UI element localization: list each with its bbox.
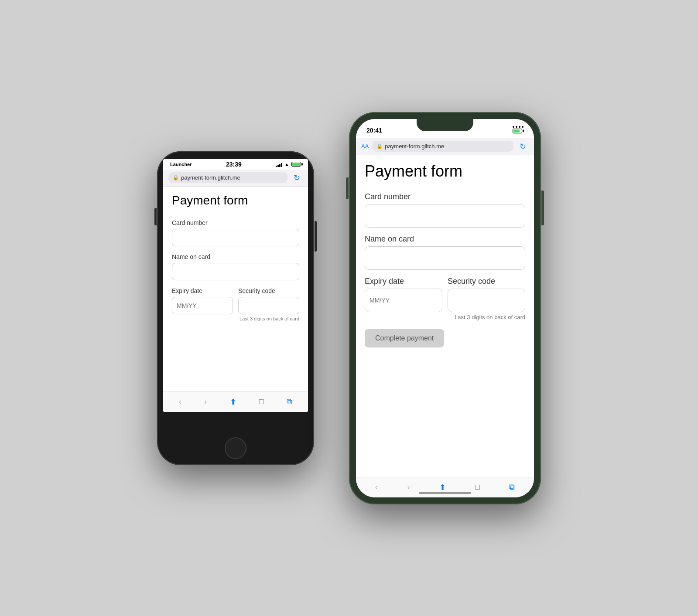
complete-payment-button[interactable]: Complete payment xyxy=(365,329,444,347)
name-on-card-label-phone2: Name on card xyxy=(365,235,525,244)
phone-2: 20:41 AA 🔒 paym xyxy=(349,112,541,504)
expiry-label-phone2: Expiry date xyxy=(365,277,442,286)
card-number-label-phone2: Card number xyxy=(365,192,525,201)
browser-toolbar-phone1: ‹ › ⬆ □ ⧉ xyxy=(163,391,308,412)
security-helper-phone2: Last 3 digits on back of card xyxy=(448,314,525,320)
signal-icon xyxy=(276,162,282,167)
page-title-phone1: Payment form xyxy=(172,194,299,212)
phone2-screen: 20:41 AA 🔒 paym xyxy=(356,119,534,497)
battery-fill-phone2 xyxy=(513,129,520,133)
page-title-phone2: Payment form xyxy=(365,162,525,185)
launcher-label: Launcher xyxy=(170,162,192,167)
page-content-phone2: Payment form Card number Name on card Ex… xyxy=(356,155,534,477)
expiry-col-phone1: Expiry date xyxy=(172,287,233,321)
url-box-phone2[interactable]: 🔒 payment-form.glitch.me xyxy=(372,141,513,152)
security-col-phone1: Security code Last 3 digits on back of c… xyxy=(238,287,299,321)
url-text-phone1: payment-form.glitch.me xyxy=(181,174,240,181)
name-on-card-label-phone1: Name on card xyxy=(172,253,299,260)
lock-icon: 🔒 xyxy=(173,175,179,180)
lock-icon-phone2: 🔒 xyxy=(376,143,383,149)
expiry-input-phone2[interactable] xyxy=(365,289,442,312)
share-button-phone1[interactable]: ⬆ xyxy=(226,395,240,408)
expiry-security-row-phone2: Expiry date Security code Last 3 digits … xyxy=(365,277,525,320)
battery-fill xyxy=(292,163,300,166)
tabs-button-phone2[interactable]: ⧉ xyxy=(506,481,518,493)
security-label-phone1: Security code xyxy=(238,287,299,294)
expiry-col-phone2: Expiry date xyxy=(365,277,442,320)
battery-icon xyxy=(291,162,301,167)
status-right: ▲ xyxy=(276,162,301,167)
security-helper-phone1: Last 3 digits on back of card xyxy=(238,316,299,321)
status-time: 23:39 xyxy=(226,161,242,168)
name-on-card-input-phone1[interactable] xyxy=(172,263,299,280)
expiry-input-phone1[interactable] xyxy=(172,297,233,314)
status-right-phone2 xyxy=(513,126,524,135)
security-input-phone1[interactable] xyxy=(238,297,299,314)
address-bar-phone1[interactable]: 🔒 payment-form.glitch.me ↻ xyxy=(163,170,308,187)
wifi-icon: ▲ xyxy=(284,162,289,167)
status-time-phone2: 20:41 xyxy=(366,127,382,134)
page-content-phone1: Payment form Card number Name on card Ex… xyxy=(163,187,308,391)
phone1-screen: Launcher 23:39 ▲ xyxy=(163,159,308,412)
back-button-phone1[interactable]: ‹ xyxy=(175,395,185,408)
card-number-group-phone2: Card number xyxy=(365,192,525,228)
forward-button-phone2[interactable]: › xyxy=(404,481,413,493)
url-box-phone1[interactable]: 🔒 payment-form.glitch.me xyxy=(168,172,287,183)
notch xyxy=(417,119,473,131)
home-button-phone1[interactable] xyxy=(225,437,246,459)
reload-button-phone1[interactable]: ↻ xyxy=(291,172,303,184)
expiry-security-row-phone1: Expiry date Security code Last 3 digits … xyxy=(172,287,299,321)
expiry-label-phone1: Expiry date xyxy=(172,287,233,294)
name-on-card-group-phone1: Name on card xyxy=(172,253,299,280)
browser-toolbar-phone2: ‹ › ⬆ □ ⧉ xyxy=(356,477,534,497)
name-on-card-input-phone2[interactable] xyxy=(365,246,525,270)
status-bar-phone1: Launcher 23:39 ▲ xyxy=(163,159,308,170)
back-button-phone2[interactable]: ‹ xyxy=(372,481,381,493)
tabs-button-phone1[interactable]: ⧉ xyxy=(283,395,296,408)
home-bar-phone2 xyxy=(419,492,471,494)
forward-button-phone1[interactable]: › xyxy=(201,395,210,408)
phone-1: Launcher 23:39 ▲ xyxy=(157,151,314,465)
security-col-phone2: Security code Last 3 digits on back of c… xyxy=(448,277,525,320)
url-text-phone2: payment-form.glitch.me xyxy=(385,143,444,150)
bookmarks-button-phone2[interactable]: □ xyxy=(472,481,483,493)
card-number-input-phone1[interactable] xyxy=(172,229,299,246)
security-input-phone2[interactable] xyxy=(448,289,525,312)
security-label-phone2: Security code xyxy=(448,277,525,286)
signal-dots-icon xyxy=(513,126,524,128)
card-number-label-phone1: Card number xyxy=(172,219,299,226)
status-left: Launcher xyxy=(170,162,192,167)
card-number-group-phone1: Card number xyxy=(172,219,299,246)
battery-icon-phone2 xyxy=(513,129,522,133)
card-number-input-phone2[interactable] xyxy=(365,204,525,228)
name-on-card-group-phone2: Name on card xyxy=(365,235,525,270)
aa-button-phone2[interactable]: AA xyxy=(361,143,369,150)
reload-button-phone2[interactable]: ↻ xyxy=(517,141,529,152)
address-bar-phone2[interactable]: AA 🔒 payment-form.glitch.me ↻ xyxy=(356,138,534,155)
bookmarks-button-phone1[interactable]: □ xyxy=(256,395,267,408)
